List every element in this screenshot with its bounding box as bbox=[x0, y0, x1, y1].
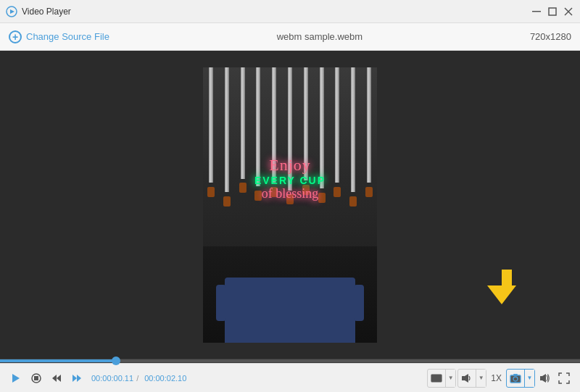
svg-marker-22 bbox=[542, 374, 546, 383]
svg-rect-16 bbox=[462, 376, 465, 380]
audio-group: ▼ bbox=[457, 369, 486, 388]
controls-bar: 00:00:00.11 / 00:00:02.10 ▼ bbox=[0, 363, 580, 392]
snapshot-group: ▼ bbox=[506, 369, 535, 388]
maximize-button[interactable] bbox=[547, 6, 558, 17]
svg-rect-20 bbox=[513, 374, 518, 375]
stop-button[interactable] bbox=[28, 370, 45, 387]
right-controls: ▼ ▼ 1X ▼ bbox=[427, 369, 573, 388]
progress-fill bbox=[0, 359, 116, 362]
resolution-label: 720x1280 bbox=[530, 31, 571, 42]
subtitle-dropdown[interactable]: ▼ bbox=[445, 370, 455, 387]
svg-marker-17 bbox=[465, 374, 468, 383]
video-content: Enjoy EVERY CUP of blessing bbox=[203, 67, 377, 343]
snapshot-button[interactable] bbox=[507, 370, 524, 387]
arrow-indicator bbox=[497, 270, 516, 304]
title-bar: Video Player bbox=[0, 0, 580, 23]
total-time: 00:00:02.10 bbox=[144, 374, 186, 383]
window-controls bbox=[531, 6, 574, 17]
change-source-button[interactable]: + Change Source File bbox=[9, 30, 109, 43]
title-bar-left: Video Player bbox=[6, 6, 71, 17]
svg-marker-1 bbox=[10, 9, 14, 14]
svg-marker-6 bbox=[12, 374, 20, 383]
speed-button[interactable]: 1X bbox=[488, 372, 505, 385]
subtitle-button[interactable] bbox=[428, 370, 445, 387]
audio-button[interactable] bbox=[458, 370, 476, 387]
svg-marker-10 bbox=[57, 375, 61, 382]
minimize-button[interactable] bbox=[531, 6, 542, 17]
toolbar: + Change Source File webm sample.webm 72… bbox=[0, 23, 580, 51]
svg-rect-2 bbox=[532, 11, 541, 12]
forward-button[interactable] bbox=[68, 370, 86, 387]
rewind-button[interactable] bbox=[48, 370, 65, 387]
current-time: 00:00:00.11 bbox=[91, 374, 133, 383]
sofa-arm-right bbox=[354, 285, 364, 321]
video-area: Enjoy EVERY CUP of blessing bbox=[0, 51, 580, 359]
progress-thumb[interactable] bbox=[112, 356, 120, 365]
audio-dropdown[interactable]: ▼ bbox=[476, 370, 486, 387]
svg-marker-9 bbox=[52, 375, 57, 382]
neon-every-text: EVERY CUP bbox=[209, 175, 371, 186]
video-frame: Enjoy EVERY CUP of blessing bbox=[203, 67, 377, 343]
app-icon bbox=[6, 6, 17, 17]
svg-rect-3 bbox=[549, 8, 556, 15]
progress-track[interactable] bbox=[0, 359, 580, 362]
snapshot-dropdown[interactable]: ▼ bbox=[524, 370, 534, 387]
sofa-back bbox=[225, 278, 355, 295]
neon-blessing-text: of blessing bbox=[209, 186, 371, 201]
svg-marker-11 bbox=[72, 375, 77, 382]
volume-button[interactable] bbox=[536, 370, 554, 387]
svg-rect-13 bbox=[431, 375, 442, 382]
sofa-arm-left bbox=[216, 285, 226, 321]
sofa-area bbox=[203, 246, 377, 343]
svg-marker-12 bbox=[77, 375, 81, 382]
fullscreen-button[interactable] bbox=[555, 370, 573, 387]
subtitle-group: ▼ bbox=[427, 369, 456, 388]
svg-point-19 bbox=[513, 377, 518, 381]
progress-bar-area[interactable] bbox=[0, 359, 580, 363]
filename-label: webm sample.webm bbox=[115, 31, 524, 42]
neon-enjoy-text: Enjoy bbox=[209, 156, 371, 175]
add-icon: + bbox=[9, 30, 22, 43]
change-source-label: Change Source File bbox=[26, 31, 109, 42]
sofa bbox=[225, 292, 355, 343]
app-title: Video Player bbox=[22, 7, 71, 17]
time-separator: / bbox=[136, 374, 138, 383]
close-button[interactable] bbox=[563, 6, 574, 17]
svg-rect-8 bbox=[34, 376, 38, 380]
neon-sign-area: Enjoy EVERY CUP of blessing bbox=[203, 150, 377, 207]
svg-rect-21 bbox=[540, 376, 542, 380]
play-button[interactable] bbox=[7, 370, 25, 387]
